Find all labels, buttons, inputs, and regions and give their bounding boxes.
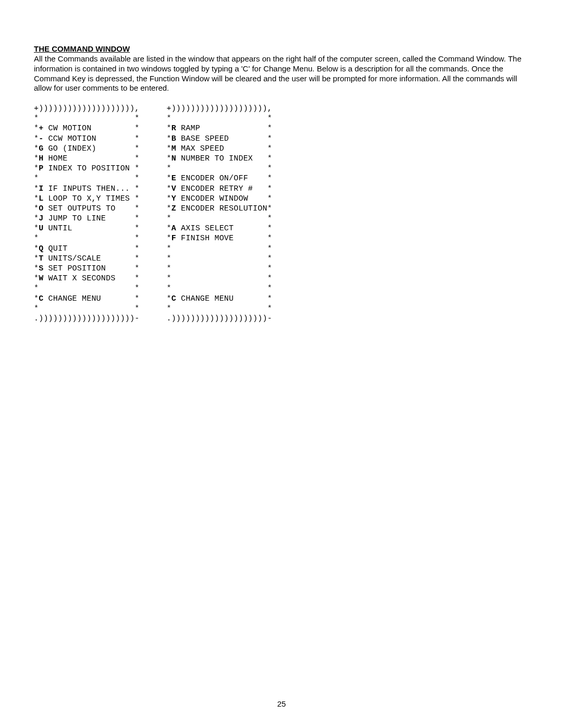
row-right-star: *: [134, 294, 139, 303]
row-right-star: *: [134, 194, 139, 203]
command-label: INDEX TO POSITION: [43, 164, 134, 173]
menu-right-row: * *: [166, 304, 272, 314]
row-right-star: *: [134, 304, 139, 313]
command-key: C: [172, 294, 176, 303]
command-label: LOOP TO X,Y TIMES: [43, 194, 134, 203]
row-left-star: *: [34, 174, 39, 183]
command-label: UNTIL: [43, 224, 134, 233]
command-key: Z: [172, 204, 176, 213]
row-right-star: *: [134, 284, 139, 293]
row-right-star: *: [134, 144, 139, 153]
command-label: ENCODER ON/OFF: [176, 174, 267, 183]
row-spacer: [172, 244, 267, 253]
row-right-star: *: [134, 174, 139, 183]
command-key: E: [172, 174, 176, 183]
row-left-star: *: [34, 134, 39, 143]
row-right-star: *: [267, 294, 272, 303]
command-label: HOME: [43, 154, 134, 163]
command-menus: +)))))))))))))))))))),* **+ CW MOTION **…: [34, 104, 529, 324]
command-label: NUMBER TO INDEX: [176, 154, 267, 163]
row-right-star: *: [134, 134, 139, 143]
menu-right-row: *C CHANGE MENU *: [166, 294, 272, 304]
row-left-star: *: [166, 264, 171, 273]
menu-right-row: * *: [166, 244, 272, 254]
menu-right-row: *Y ENCODER WINDOW *: [166, 194, 272, 204]
command-label: IF INPUTS THEN...: [43, 184, 134, 193]
command-label: CHANGE MENU: [176, 294, 267, 303]
row-left-star: *: [34, 264, 39, 273]
row-left-star: *: [166, 304, 171, 313]
row-left-star: *: [166, 194, 171, 203]
menu-right-row: *A AXIS SELECT *: [166, 224, 272, 233]
row-left-star: *: [34, 284, 39, 293]
row-right-star: *: [267, 274, 272, 283]
row-left-star: *: [166, 134, 171, 143]
row-left-star: *: [166, 184, 171, 193]
row-left-star: *: [34, 114, 39, 123]
row-right-star: *: [267, 114, 272, 123]
menu-border-bottom: .))))))))))))))))))))-: [166, 314, 272, 324]
row-spacer: [172, 164, 267, 173]
row-right-star: *: [267, 304, 272, 313]
row-left-star: *: [166, 154, 171, 163]
row-right-star: *: [267, 124, 272, 133]
command-label: QUIT: [43, 244, 134, 253]
row-right-star: *: [134, 204, 139, 213]
menu-border-top: +)))))))))))))))))))),: [166, 104, 272, 114]
menu-right-row: * *: [166, 114, 272, 124]
menu-right-row: *Z ENCODER RESOLUTION*: [166, 204, 272, 214]
row-left-star: *: [166, 204, 171, 213]
row-right-star: *: [134, 254, 139, 263]
menu-left-row: *G GO (INDEX) *: [34, 144, 139, 154]
row-right-star: *: [134, 164, 139, 173]
row-left-star: *: [166, 274, 171, 283]
command-label: ENCODER RESOLUTION: [176, 204, 267, 213]
menu-right-row: *V ENCODER RETRY # *: [166, 184, 272, 194]
row-left-star: *: [34, 294, 39, 303]
row-left-star: *: [166, 244, 171, 253]
command-key: A: [172, 224, 176, 233]
menu-right-row: * *: [166, 164, 272, 174]
command-label: AXIS SELECT: [176, 224, 267, 233]
row-right-star: *: [267, 174, 272, 183]
row-right-star: *: [134, 234, 139, 243]
row-left-star: *: [166, 114, 171, 123]
menu-left-row: *T UNITS/SCALE *: [34, 254, 139, 264]
command-key: M: [172, 144, 176, 153]
row-right-star: *: [134, 264, 139, 273]
row-left-star: *: [34, 214, 39, 223]
command-label: CCW MOTION: [43, 134, 134, 143]
row-spacer: [172, 114, 267, 123]
row-right-star: *: [134, 114, 139, 123]
row-right-star: *: [267, 134, 272, 143]
command-label: CHANGE MENU: [43, 294, 134, 303]
menu-left-row: *S SET POSITION *: [34, 264, 139, 274]
row-left-star: *: [34, 254, 39, 263]
row-right-star: *: [134, 214, 139, 223]
menu-right: +)))))))))))))))))))),* **R RAMP **B BAS…: [166, 104, 272, 324]
row-right-star: *: [267, 214, 272, 223]
row-right-star: *: [134, 224, 139, 233]
row-right-star: *: [134, 274, 139, 283]
command-label: WAIT X SECONDS: [43, 274, 134, 283]
command-label: GO (INDEX): [43, 144, 134, 153]
menu-right-row: * *: [166, 274, 272, 283]
row-spacer: [39, 284, 134, 293]
row-left-star: *: [166, 124, 171, 133]
row-right-star: *: [267, 144, 272, 153]
row-right-star: *: [267, 154, 272, 163]
menu-left: +)))))))))))))))))))),* **+ CW MOTION **…: [34, 104, 139, 324]
row-left-star: *: [166, 254, 171, 263]
row-left-star: *: [34, 124, 39, 133]
menu-left-row: *H HOME *: [34, 154, 139, 164]
menu-left-row: *+ CW MOTION *: [34, 124, 139, 133]
command-label: UNITS/SCALE: [43, 254, 134, 263]
command-key: N: [172, 154, 176, 163]
menu-left-row: * *: [34, 304, 139, 314]
row-right-star: *: [267, 234, 272, 243]
row-left-star: *: [166, 234, 171, 243]
command-key: Y: [172, 194, 176, 203]
menu-right-row: * *: [166, 214, 272, 224]
menu-right-row: *R RAMP *: [166, 124, 272, 133]
menu-left-row: * *: [34, 114, 139, 124]
